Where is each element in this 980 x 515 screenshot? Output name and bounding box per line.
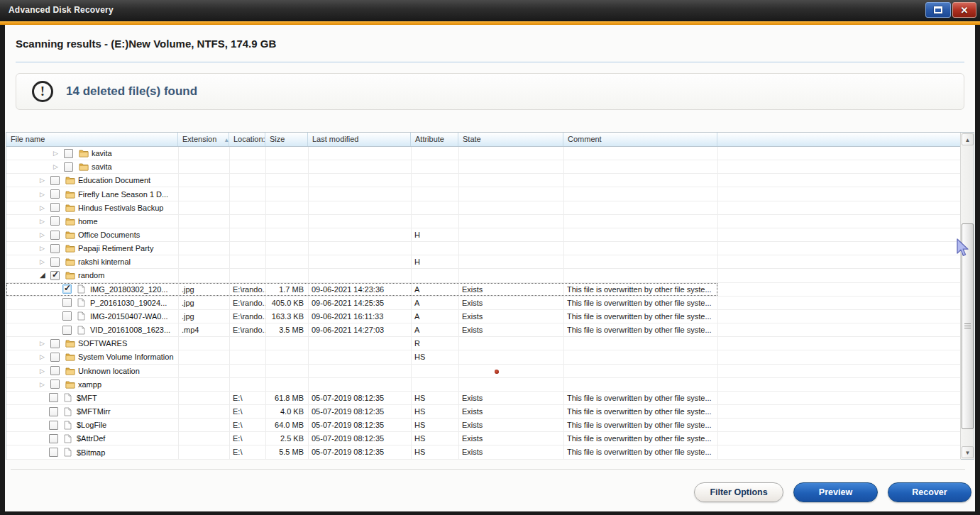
row-checkbox[interactable] — [50, 231, 60, 240]
close-button[interactable]: ✕ — [952, 2, 976, 18]
table-row-folder[interactable]: ▷xampp — [6, 378, 961, 392]
row-checkbox[interactable] — [50, 258, 60, 267]
cell-size — [265, 365, 308, 377]
row-checkbox[interactable] — [50, 353, 60, 362]
table-row-folder[interactable]: ▷Firefly Lane Season 1 D... — [6, 187, 961, 201]
row-checkbox[interactable] — [49, 434, 58, 443]
row-checkbox-checked[interactable]: ✓ — [62, 284, 72, 294]
column-header-size[interactable]: Size — [265, 133, 308, 146]
cell-comment — [563, 215, 717, 228]
table-row-folder[interactable]: ▷Papaji Retiment Party — [6, 242, 961, 255]
collapse-arrow-icon[interactable]: ◢ — [40, 269, 50, 282]
filter-options-button[interactable]: Filter Options — [694, 482, 783, 502]
expand-arrow-icon[interactable]: ▷ — [40, 378, 50, 391]
table-row-file[interactable]: $MFTMirrE:\4.0 KB05-07-2019 08:12:35HSEx… — [6, 405, 961, 419]
row-checkbox[interactable] — [50, 176, 60, 185]
table-row-folder[interactable]: ▷System Volume InformationHS — [6, 350, 961, 364]
row-checkbox-checked[interactable]: ✓ — [50, 271, 60, 280]
cell-comment — [563, 174, 717, 187]
row-checkbox[interactable] — [49, 393, 58, 402]
column-header-name[interactable]: File name — [6, 133, 178, 146]
expand-arrow-icon[interactable]: ▷ — [40, 337, 50, 350]
cell-ext: .jpg — [178, 283, 229, 296]
table-row-file[interactable]: $MFTE:\61.8 MB05-07-2019 08:12:35HSExist… — [6, 392, 961, 405]
row-checkbox[interactable] — [50, 366, 60, 375]
preview-button[interactable]: Preview — [793, 482, 878, 502]
table-row-folder[interactable]: ▷Hindus Festivals Backup — [6, 201, 961, 215]
row-checkbox[interactable] — [49, 448, 58, 457]
cell-ext — [178, 350, 229, 363]
table-row-file[interactable]: ✓IMG_20180302_120....jpgE:\rando...1.7 M… — [6, 283, 961, 297]
recover-button[interactable]: Recover — [888, 482, 971, 502]
table-row-file[interactable]: IMG-20150407-WA0....jpgE:\rando...163.3 … — [6, 310, 961, 323]
row-checkbox[interactable] — [50, 216, 60, 226]
column-header-ext[interactable]: Extension▲ — [178, 133, 229, 146]
table-row-file[interactable]: $BitmapE:\5.5 MB05-07-2019 08:12:35HSExi… — [6, 445, 961, 459]
cell-modified — [308, 378, 411, 391]
expand-arrow-icon[interactable]: ▷ — [40, 174, 50, 187]
cell-state: Exists — [458, 419, 563, 431]
cell-state — [458, 215, 563, 228]
expand-arrow-icon[interactable]: ▷ — [40, 215, 50, 228]
row-checkbox[interactable] — [62, 326, 72, 335]
cell-state — [458, 365, 563, 377]
cell-ext — [178, 419, 229, 431]
expand-arrow-icon[interactable]: ▷ — [40, 365, 50, 377]
row-checkbox[interactable] — [50, 203, 60, 212]
table-row-folder[interactable]: ▷Office DocumentsH — [6, 228, 961, 242]
row-checkbox[interactable] — [49, 407, 58, 416]
column-header-comment[interactable]: Comment — [563, 133, 717, 146]
table-row-file[interactable]: P_20161030_19024....jpgE:\rando...405.0 … — [6, 297, 961, 310]
cell-size — [265, 269, 308, 282]
expand-arrow-icon[interactable]: ▷ — [40, 188, 50, 201]
row-checkbox[interactable] — [49, 421, 58, 430]
expand-arrow-icon[interactable]: ▷ — [53, 147, 64, 160]
column-header-modified[interactable]: Last modified — [308, 133, 411, 146]
column-header-state[interactable]: State — [458, 133, 563, 146]
table-row-folder[interactable]: ▷rakshi kinternalH — [6, 255, 961, 269]
table-row-folder[interactable]: ▷savita — [6, 160, 961, 174]
table-row-folder[interactable]: ◢✓random — [6, 269, 961, 282]
row-checkbox[interactable] — [50, 189, 60, 199]
table-row-file[interactable]: $AttrDefE:\2.5 KB05-07-2019 08:12:35HSEx… — [6, 432, 961, 445]
expand-arrow-icon[interactable]: ▷ — [40, 228, 50, 241]
table-row-folder[interactable]: ▷kavita — [6, 147, 961, 160]
column-header-attr[interactable]: Attribute — [411, 133, 458, 146]
cell-state — [458, 255, 563, 268]
expand-arrow-icon[interactable]: ▷ — [40, 242, 50, 255]
maximize-restore-button[interactable] — [925, 2, 951, 18]
row-checkbox[interactable] — [64, 162, 73, 172]
row-checkbox[interactable] — [62, 298, 72, 307]
cell-state — [458, 337, 563, 350]
row-checkbox[interactable] — [50, 339, 60, 348]
row-checkbox[interactable] — [62, 311, 72, 321]
expand-arrow-icon[interactable]: ▷ — [53, 160, 64, 173]
item-name: VID_20161008_1623... — [90, 326, 170, 334]
expand-arrow-icon[interactable]: ▷ — [40, 201, 50, 214]
row-checkbox[interactable] — [64, 149, 73, 158]
column-header-loc[interactable]: Location: — [229, 133, 265, 146]
cell-modified: 09-06-2021 14:23:36 — [308, 283, 411, 296]
table-row-folder[interactable]: ▷Education Document — [6, 174, 961, 187]
cell-comment: This file is overwritten by other file s… — [563, 297, 717, 309]
row-checkbox[interactable] — [50, 380, 60, 389]
scrollbar-thumb[interactable] — [962, 223, 974, 429]
cell-attr: HS — [411, 419, 458, 431]
table-row-folder[interactable]: ▷home — [6, 215, 961, 228]
cell-modified — [308, 215, 411, 228]
row-checkbox[interactable] — [50, 244, 60, 253]
file-icon — [64, 433, 75, 443]
item-name: $Bitmap — [77, 448, 105, 457]
cell-ext — [178, 160, 229, 173]
scroll-up-button[interactable]: ▲ — [962, 133, 974, 145]
table-row-folder[interactable]: ▷SOFTWARESR — [6, 337, 961, 350]
expand-arrow-icon[interactable]: ▷ — [40, 350, 50, 363]
table-row-file[interactable]: VID_20161008_1623....mp4E:\rando...3.5 M… — [6, 323, 961, 337]
scroll-down-button[interactable]: ▼ — [962, 446, 974, 458]
table-row-file[interactable]: $LogFileE:\64.0 MB05-07-2019 08:12:35HSE… — [6, 419, 961, 432]
expand-arrow-icon[interactable]: ▷ — [40, 255, 50, 268]
folder-icon — [65, 203, 76, 213]
item-name: IMG-20150407-WA0... — [90, 312, 168, 321]
vertical-scrollbar[interactable]: ▲ ▼ — [960, 133, 974, 459]
table-row-folder[interactable]: ▷Unknown location — [6, 365, 961, 378]
